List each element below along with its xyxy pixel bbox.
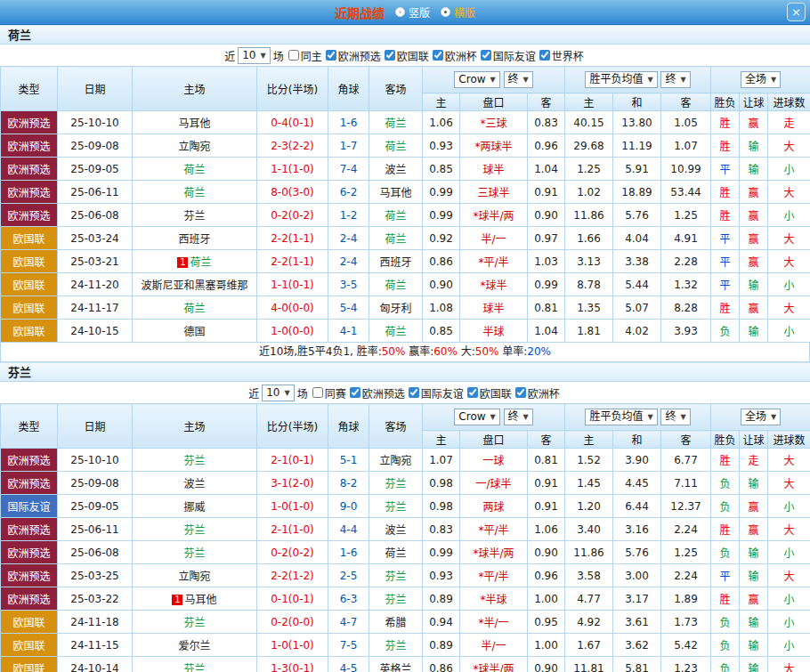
cell-away-team: 荷兰 <box>369 111 423 134</box>
cell-avg-home: 29.68 <box>565 134 613 158</box>
cell-corner: 9-0 <box>328 495 369 518</box>
cell-handicap: *平/半 <box>460 518 528 541</box>
near-label: 近 <box>248 385 259 401</box>
cell-result: 平 <box>711 273 740 296</box>
cell-home-team: 挪威 <box>133 495 257 518</box>
filter-checkbox[interactable]: 同赛 <box>312 385 346 401</box>
filter-checkbox[interactable]: 欧国联 <box>467 385 512 401</box>
table-row: 欧国联 24-10-14 芬兰 1-3(0-1) 4-5 英格兰 0.86 *球… <box>1 657 810 672</box>
final-avg-select[interactable]: 终 <box>660 71 690 88</box>
filter-checkbox[interactable]: 欧洲预选 <box>326 48 381 63</box>
filter-checkbox[interactable]: 国际友谊 <box>409 385 464 401</box>
cell-odds-away: 0.91 <box>528 495 565 518</box>
table-row: 欧洲预选 25-10-10 芬兰 2-1(0-1) 5-1 立陶宛 1.07 一… <box>1 449 810 472</box>
close-icon[interactable]: × <box>787 3 806 21</box>
red-card-badge: 1 <box>177 257 188 268</box>
cell-avg-draw: 3.00 <box>613 564 661 587</box>
cell-corner: 1-2 <box>328 204 369 227</box>
cell-handicap: *平/半 <box>460 250 528 273</box>
cell-handicap: *球半 <box>460 273 528 296</box>
cell-odds-home: 0.89 <box>423 634 460 657</box>
title-bar: 近期战绩 竖版 横版 × <box>0 0 810 25</box>
cell-competition-type: 欧国联 <box>1 657 58 672</box>
cell-goals-result: 大 <box>768 250 810 273</box>
cell-odds-home: 1.08 <box>423 296 460 320</box>
bookmaker-select[interactable]: Crow <box>454 71 499 88</box>
cell-away-team: 荷兰 <box>369 320 423 343</box>
cell-corner: 4-5 <box>328 657 369 672</box>
cell-avg-draw: 3.17 <box>613 587 661 611</box>
horizontal-layout-radio[interactable]: 横版 <box>441 4 475 20</box>
match-count-select[interactable]: 10 <box>262 385 294 401</box>
cell-score: 1-0(0-0) <box>257 320 328 343</box>
checkbox-input[interactable] <box>481 50 491 61</box>
checkbox-input[interactable] <box>409 387 419 398</box>
final-odds-select[interactable]: 终 <box>504 409 533 425</box>
checkbox-input[interactable] <box>515 387 526 398</box>
checkbox-input[interactable] <box>539 50 550 61</box>
cell-odds-home: 0.83 <box>423 518 460 541</box>
checkbox-input[interactable] <box>288 50 299 61</box>
cell-avg-away: 2.24 <box>661 564 711 587</box>
filter-checkbox[interactable]: 世界杯 <box>539 48 584 63</box>
cell-handicap: 两球 <box>460 495 528 518</box>
cell-date: 25-03-21 <box>58 250 133 273</box>
cell-corner: 4-4 <box>328 518 369 541</box>
table-row: 欧洲预选 25-06-11 芬兰 2-1(1-0) 4-4 波兰 0.83 *平… <box>1 518 810 541</box>
filter-checkbox[interactable]: 欧洲杯 <box>515 385 560 401</box>
cell-handicap: *三球 <box>460 111 528 134</box>
col-away: 客场 <box>369 404 423 449</box>
cell-handicap-result: 赢 <box>740 111 768 134</box>
cell-result: 胜 <box>711 181 740 204</box>
final-odds-select[interactable]: 终 <box>504 71 533 88</box>
table-row: 欧洲预选 25-09-05 荷兰 1-1(1-0) 7-4 波兰 0.85 球半… <box>1 158 810 181</box>
col-home: 主场 <box>133 404 257 449</box>
checkbox-label: 国际友谊 <box>493 48 536 63</box>
avg-odds-select[interactable]: 胜平负均值 <box>585 71 657 88</box>
checkbox-input[interactable] <box>326 50 336 61</box>
cell-result: 胜 <box>711 111 740 134</box>
cell-competition-type: 欧洲预选 <box>1 564 58 587</box>
match-count-select[interactable]: 10 <box>238 47 270 64</box>
cell-result: 胜 <box>711 134 740 158</box>
scope-select[interactable]: 全场 <box>741 409 781 425</box>
cell-avg-away: 1.25 <box>661 541 711 564</box>
filter-checkbox[interactable]: 欧洲杯 <box>433 48 477 63</box>
summary-part: 50% <box>382 345 406 358</box>
filter-checkbox[interactable]: 同主 <box>288 48 322 63</box>
checkbox-input[interactable] <box>312 387 323 398</box>
checkbox-input[interactable] <box>433 50 443 61</box>
cell-result: 胜 <box>711 204 740 227</box>
cell-avg-home: 11.86 <box>565 204 613 227</box>
cell-score: 1-3(0-1) <box>257 657 328 672</box>
filter-checkbox[interactable]: 欧国联 <box>385 48 429 63</box>
cell-handicap: 半/一 <box>460 634 528 657</box>
filter-checkbox[interactable]: 国际友谊 <box>481 48 536 63</box>
checkbox-input[interactable] <box>467 387 478 398</box>
cell-handicap: 一/球半 <box>460 472 528 495</box>
cell-avg-draw: 5.07 <box>613 296 661 320</box>
checkbox-label: 欧洲预选 <box>338 48 381 63</box>
vertical-layout-radio[interactable]: 竖版 <box>395 4 430 20</box>
bookmaker-select[interactable]: Crow <box>454 409 499 425</box>
cell-avg-draw: 18.89 <box>613 181 661 204</box>
table-row: 欧国联 25-03-21 1荷兰 2-2(1-1) 2-4 西班牙 0.86 *… <box>1 250 810 273</box>
avg-odds-select[interactable]: 胜平负均值 <box>585 409 657 425</box>
cell-avg-away: 1.73 <box>661 611 711 634</box>
cell-home-team: 1马耳他 <box>133 587 257 611</box>
competition-filter-group: 同主欧洲预选欧国联欧洲杯国际友谊世界杯 <box>287 48 586 63</box>
col-handicap: 盘口 <box>460 431 528 449</box>
checkbox-input[interactable] <box>350 387 360 398</box>
cell-goals-result: 大 <box>768 657 810 672</box>
checkbox-input[interactable] <box>385 50 395 61</box>
cell-goals-result: 小 <box>768 495 810 518</box>
cell-handicap-result: 输 <box>740 158 768 181</box>
filter-checkbox[interactable]: 欧洲预选 <box>350 385 405 401</box>
scope-select[interactable]: 全场 <box>741 71 781 88</box>
cell-goals-result: 大 <box>768 449 810 472</box>
cell-odds-away: 0.81 <box>528 296 565 320</box>
cell-away-team: 匈牙利 <box>369 296 423 320</box>
final-avg-select[interactable]: 终 <box>660 409 690 425</box>
cell-handicap: *半球 <box>460 587 528 611</box>
cell-avg-away: 5.42 <box>661 634 711 657</box>
